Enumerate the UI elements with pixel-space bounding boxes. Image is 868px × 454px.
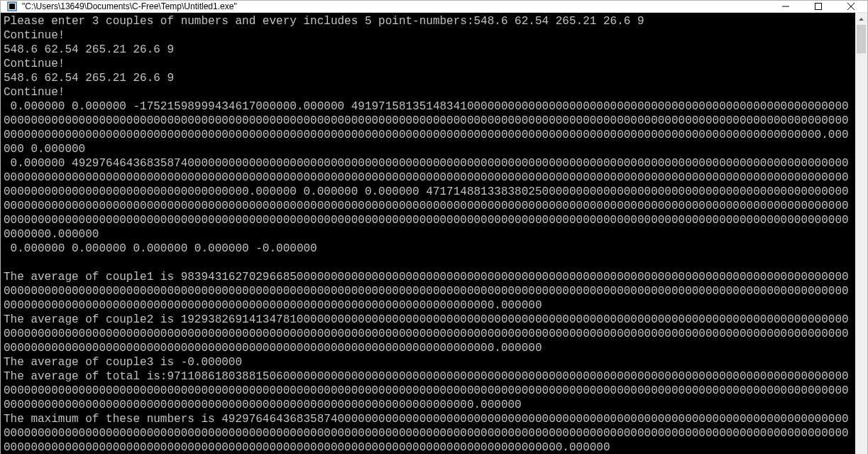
scroll-thumb[interactable] bbox=[857, 25, 866, 53]
svg-rect-3 bbox=[815, 4, 822, 10]
maximize-button[interactable] bbox=[802, 1, 835, 12]
titlebar[interactable]: "C:\Users\13649\Documents\C-Free\Temp\Un… bbox=[1, 1, 867, 13]
svg-rect-1 bbox=[9, 4, 15, 9]
console-area: Please enter 3 couples of numbers and ev… bbox=[1, 13, 867, 454]
vertical-scrollbar[interactable] bbox=[855, 13, 867, 454]
minimize-button[interactable] bbox=[769, 1, 802, 12]
scroll-track[interactable] bbox=[855, 25, 867, 454]
svg-marker-6 bbox=[859, 18, 864, 21]
console-window: "C:\Users\13649\Documents\C-Free\Temp\Un… bbox=[0, 0, 868, 454]
window-controls bbox=[769, 1, 867, 12]
scroll-up-arrow[interactable] bbox=[855, 13, 867, 25]
app-icon bbox=[6, 1, 18, 12]
window-title: "C:\Users\13649\Documents\C-Free\Temp\Un… bbox=[22, 1, 769, 11]
close-button[interactable] bbox=[835, 1, 867, 12]
console-output[interactable]: Please enter 3 couples of numbers and ev… bbox=[1, 13, 855, 454]
